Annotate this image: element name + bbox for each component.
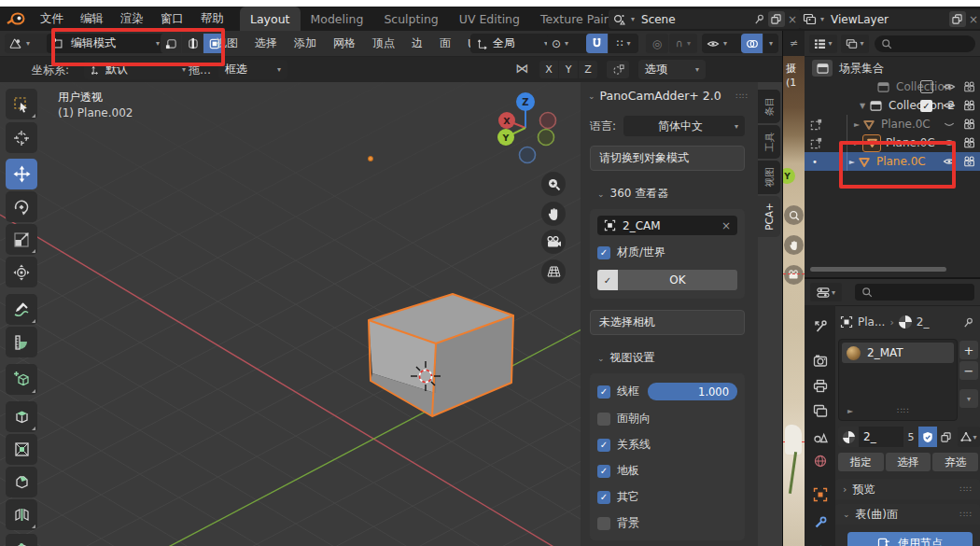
use-nodes-button[interactable]: 使用节点 (847, 532, 973, 546)
row-plane-1[interactable]: ► Plane.0C (805, 115, 980, 133)
face-orientation-row[interactable]: 面朝向 (597, 411, 737, 427)
panel-grip-icon[interactable]: ∷∷ (960, 510, 973, 519)
tab-viewlayer-properties[interactable] (805, 399, 835, 423)
tool-inset[interactable] (6, 434, 37, 465)
pivot-point-dropdown[interactable]: ⊙ ▾ (547, 34, 590, 53)
mode-dropdown[interactable]: 编辑模式 ▾ (47, 34, 164, 53)
vertex-select-button[interactable] (161, 34, 181, 53)
floor-checkbox[interactable]: ✓ (597, 465, 610, 478)
tab-layout[interactable]: Layout (240, 7, 301, 31)
select-button[interactable]: 选择 (886, 453, 931, 471)
npanel-tab-pca[interactable]: PCA+ (758, 196, 780, 237)
tab-sculpting[interactable]: Sculpting (373, 7, 448, 31)
browse-material-button[interactable] (838, 427, 859, 447)
npanel-tab-tool[interactable]: 工具 (758, 125, 780, 159)
hide-eye-icon[interactable] (943, 81, 956, 92)
relation-row[interactable]: ✓ 关系线 (597, 437, 737, 453)
material-name-field[interactable]: 2_ (859, 427, 903, 447)
render-camera-icon[interactable] (963, 119, 976, 130)
viewer-section-header[interactable]: ⌄ 360 查看器 (597, 186, 749, 202)
expand-icon[interactable]: ► (851, 120, 862, 129)
tab-scene-properties[interactable] (805, 424, 835, 448)
tool-annotate[interactable] (6, 294, 37, 325)
scene-name[interactable]: Scene (641, 13, 753, 26)
expand-icon[interactable]: ► (851, 139, 862, 147)
background-row[interactable]: 背景 (597, 515, 737, 531)
tab-tool-properties[interactable] (805, 315, 835, 339)
tool-transform[interactable] (6, 257, 37, 287)
render-camera-icon[interactable] (963, 81, 976, 92)
snap-toggle-button[interactable] (586, 34, 608, 53)
breadcrumb-object-name[interactable]: Pla... (858, 315, 885, 329)
pin-icon[interactable] (753, 13, 765, 25)
other-row[interactable]: ✓ 其它 (597, 489, 737, 505)
select-tool-dropdown[interactable]: 框选 ▾ (218, 60, 287, 79)
face-orientation-checkbox[interactable] (597, 413, 610, 426)
menu-mesh[interactable]: 网格 (325, 31, 364, 56)
row-collection-1[interactable]: Collection (805, 77, 980, 96)
row-collection-2[interactable]: ▼ Collection 2 ✓ (805, 96, 980, 115)
row-plane-2[interactable]: ► Plane.0C (805, 133, 980, 152)
material-world-checkbox[interactable]: ✓ (597, 246, 610, 259)
surface-panel-header[interactable]: ⌄ 表(曲)面 ∷∷ (835, 504, 980, 525)
hide-eye-icon[interactable] (943, 156, 956, 167)
menu-face[interactable]: 面 (431, 31, 459, 56)
view-settings-header[interactable]: ⌄ 视图设置 (597, 350, 749, 366)
exclude-checkbox[interactable]: ✓ (920, 100, 932, 112)
menu-help[interactable]: 帮助 (192, 7, 232, 31)
tab-uv-editing[interactable]: UV Editing (449, 7, 530, 31)
falloff-dropdown[interactable]: ∩ ▾ (669, 34, 697, 53)
copy-material-button[interactable] (937, 427, 955, 447)
menu-window[interactable]: 窗口 (152, 7, 192, 31)
gizmo-y-neg[interactable] (539, 130, 554, 146)
properties-search-input[interactable] (855, 284, 974, 301)
add-slot-button[interactable]: + (959, 341, 978, 359)
ok-button[interactable]: OK (618, 270, 737, 290)
material-slot-row[interactable]: 2_MAT (842, 343, 954, 363)
hide-eye-icon[interactable] (943, 100, 956, 111)
mini-camera-button[interactable] (784, 265, 804, 285)
navigation-gizmo[interactable]: Z X Y (471, 84, 574, 170)
editor-type-button[interactable]: ▾ (5, 34, 49, 53)
npanel-header[interactable]: ⌄ PanoCamAdder+ 2.0 ∷∷ (581, 82, 758, 105)
camera-field[interactable]: 2_CAM × (597, 216, 737, 235)
new-copy-button[interactable] (768, 11, 785, 27)
switch-mode-button[interactable]: 请切换到对象模式 (590, 146, 745, 171)
tool-loop-cut[interactable] (6, 499, 37, 530)
tab-modifier-properties[interactable] (805, 511, 835, 535)
exclude-checkbox[interactable] (920, 80, 933, 93)
snap-target-dropdown[interactable]: ∷ ▾ (609, 34, 638, 53)
cube-mesh[interactable] (369, 294, 513, 416)
tool-measure[interactable] (6, 327, 37, 357)
wireframe-checkbox[interactable]: ✓ (597, 385, 610, 399)
display-mode-dropdown[interactable]: ▾ (809, 35, 837, 53)
viewlayer-name[interactable]: ViewLayer (831, 13, 946, 26)
menu-render[interactable]: 渲染 (112, 7, 152, 31)
deselect-button[interactable]: 弃选 (932, 453, 978, 471)
tool-cursor[interactable] (6, 122, 37, 153)
npanel-tab-view[interactable]: 视图 (758, 161, 780, 194)
render-camera-icon[interactable] (963, 100, 976, 111)
tool-add-cube[interactable] (6, 364, 37, 395)
clear-camera-button[interactable]: × (721, 219, 731, 232)
preview-panel-header[interactable]: › 预览 ∷∷ (835, 479, 980, 499)
assign-button[interactable]: 指定 (838, 453, 884, 471)
row-scene-collection[interactable]: 场景集合 (805, 59, 980, 77)
tool-extrude[interactable] (6, 401, 37, 432)
tool-knife[interactable] (6, 534, 37, 546)
mirror-y-toggle[interactable]: Y (559, 61, 578, 78)
hidden-eye-icon[interactable] (943, 119, 956, 130)
language-dropdown[interactable]: 简体中文 ▾ (623, 116, 745, 136)
scene-selector[interactable]: ▾ Scene × (609, 9, 801, 29)
wireframe-slider[interactable]: 1.000 (648, 383, 737, 400)
tab-modeling[interactable]: Modeling (301, 7, 374, 31)
ok-checkbox[interactable]: ✓ (597, 270, 618, 290)
remove-viewlayer-button[interactable]: × (969, 13, 978, 26)
mini-viewport[interactable]: ≠ 摄 (1 Y (782, 31, 805, 546)
material-world-row[interactable]: ✓ 材质/世界 (597, 245, 737, 260)
tab-particles-properties[interactable] (805, 537, 835, 546)
menu-select[interactable]: 选择 (246, 31, 286, 56)
expand-icon[interactable]: ► (845, 407, 856, 415)
menu-add[interactable]: 添加 (286, 31, 325, 56)
tab-object-properties[interactable] (805, 483, 835, 507)
